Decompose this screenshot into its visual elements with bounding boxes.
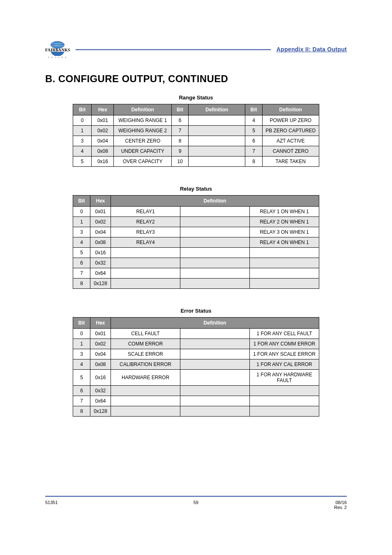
table-cell: 7 bbox=[245, 146, 262, 157]
footer-doc-id: 51351 bbox=[45, 500, 58, 510]
table-cell: 8 bbox=[245, 157, 262, 167]
table-title-relay: Relay Status bbox=[45, 186, 347, 192]
table-cell: PB ZERO CAPTURED bbox=[262, 126, 319, 136]
col-hex: Hex bbox=[92, 104, 114, 115]
table-cell bbox=[180, 227, 250, 237]
table-cell: 10 bbox=[172, 157, 189, 167]
table-row: 30x04RELAY3RELAY 3 ON WHEN 1 bbox=[73, 227, 319, 237]
table-row: 80x128 bbox=[73, 406, 319, 417]
table-cell: AZT ACTIVE bbox=[262, 136, 319, 146]
table-cell: CANNOT ZERO bbox=[262, 146, 319, 157]
table-cell: 0x16 bbox=[90, 370, 111, 386]
table-cell bbox=[111, 248, 180, 258]
table-cell: RELAY 1 ON WHEN 1 bbox=[250, 207, 319, 217]
table-cell: RELAY 4 ON WHEN 1 bbox=[250, 237, 319, 248]
footer-rule bbox=[45, 496, 347, 497]
table-row: 00x01CELL FAULT1 FOR ANY CELL FAULT bbox=[73, 329, 319, 339]
table-cell bbox=[111, 396, 180, 406]
table-cell bbox=[250, 248, 319, 258]
table-row: 00x01RELAY1RELAY 1 ON WHEN 1 bbox=[73, 207, 319, 217]
col-hex: Hex bbox=[90, 318, 111, 329]
footer-date: 08/16 bbox=[335, 500, 347, 505]
table-cell: 8 bbox=[73, 406, 90, 417]
error-status-body: 00x01CELL FAULT1 FOR ANY CELL FAULT10x02… bbox=[73, 329, 319, 417]
table-cell: COMM ERROR bbox=[111, 339, 180, 349]
table-cell: 0x128 bbox=[90, 406, 111, 417]
table-cell bbox=[180, 258, 250, 268]
table-row: 40x08UNDER CAPACITY97CANNOT ZERO bbox=[73, 146, 319, 157]
col-bit: Bit bbox=[73, 196, 90, 207]
table-cell bbox=[111, 279, 180, 289]
table-cell: 6 bbox=[172, 115, 189, 126]
col-def: Definition bbox=[111, 196, 319, 207]
col-bit: Bit bbox=[73, 104, 92, 115]
table-cell bbox=[180, 248, 250, 258]
col-def: Definition bbox=[114, 104, 172, 115]
table-cell: 5 bbox=[245, 126, 262, 136]
table-cell bbox=[250, 396, 319, 406]
table-cell bbox=[180, 279, 250, 289]
table-row: 40x08RELAY4RELAY 4 ON WHEN 1 bbox=[73, 237, 319, 248]
table-cell bbox=[111, 268, 180, 279]
brand-logo: FAIRBANKS S C A L E S bbox=[45, 41, 70, 58]
table-cell: 6 bbox=[73, 258, 90, 268]
table-header-row: Bit Hex Definition bbox=[73, 318, 319, 329]
table-row: 50x16OVER CAPACITY108TARE TAKEN bbox=[73, 157, 319, 167]
table-row: 60x32 bbox=[73, 386, 319, 396]
table-cell: 5 bbox=[73, 370, 90, 386]
table-cell: 0x02 bbox=[92, 126, 114, 136]
table-cell: RELAY1 bbox=[111, 207, 180, 217]
table-cell: 0 bbox=[73, 115, 92, 126]
section-heading: B. CONFIGURE OUTPUT, CONTINUED bbox=[45, 73, 347, 85]
table-cell bbox=[189, 126, 245, 136]
col-bit: Bit bbox=[172, 104, 189, 115]
table-cell: 6 bbox=[73, 386, 90, 396]
table-cell: RELAY3 bbox=[111, 227, 180, 237]
table-title-error: Error Status bbox=[45, 308, 347, 314]
table-cell: WEIGHING RANGE 1 bbox=[114, 115, 172, 126]
table-cell bbox=[250, 279, 319, 289]
table-cell: 1 FOR ANY CELL FAULT bbox=[250, 329, 319, 339]
table-cell: 8 bbox=[73, 279, 90, 289]
table-cell bbox=[111, 386, 180, 396]
table-cell: 4 bbox=[73, 146, 92, 157]
table-cell: 1 FOR ANY HARDWARE FAULT bbox=[250, 370, 319, 386]
table-cell: 1 FOR ANY COMM ERROR bbox=[250, 339, 319, 349]
table-cell bbox=[180, 339, 250, 349]
table-cell: 0x08 bbox=[90, 359, 111, 370]
table-cell: 7 bbox=[172, 126, 189, 136]
footer-revision: 08/16 Rev. 2 bbox=[334, 500, 347, 510]
table-row: 80x128 bbox=[73, 279, 319, 289]
range-status-body: 00x01WEIGHING RANGE 164POWER UP ZERO10x0… bbox=[73, 115, 319, 167]
table-cell bbox=[180, 207, 250, 217]
table-cell: 0x128 bbox=[90, 279, 111, 289]
table-row: 70x64 bbox=[73, 396, 319, 406]
table-cell: 0x01 bbox=[90, 329, 111, 339]
table-cell: 6 bbox=[245, 136, 262, 146]
table-cell bbox=[180, 237, 250, 248]
table-cell bbox=[189, 157, 245, 167]
col-hex: Hex bbox=[90, 196, 111, 207]
table-row: 10x02RELAY2RELAY 2 ON WHEN 1 bbox=[73, 217, 319, 227]
table-cell: CALIBRATION ERROR bbox=[111, 359, 180, 370]
table-cell: 9 bbox=[172, 146, 189, 157]
table-cell: 0 bbox=[73, 329, 90, 339]
relay-status-body: 00x01RELAY1RELAY 1 ON WHEN 110x02RELAY2R… bbox=[73, 207, 319, 289]
table-cell bbox=[180, 217, 250, 227]
table-cell: 0x02 bbox=[90, 339, 111, 349]
table-cell: 0x08 bbox=[92, 146, 114, 157]
table-cell bbox=[180, 359, 250, 370]
appendix-title: Appendix II: Data Output bbox=[277, 46, 347, 53]
footer-rev: Rev. 2 bbox=[334, 505, 347, 510]
table-cell: 0x32 bbox=[90, 258, 111, 268]
table-cell bbox=[189, 115, 245, 126]
table-row: 30x04SCALE ERROR1 FOR ANY SCALE ERROR bbox=[73, 349, 319, 359]
table-header-row: Bit Hex Definition Bit Definition Bit De… bbox=[73, 104, 319, 115]
col-bit: Bit bbox=[73, 318, 90, 329]
table-cell bbox=[250, 386, 319, 396]
table-cell: UNDER CAPACITY bbox=[114, 146, 172, 157]
table-cell: 3 bbox=[73, 136, 92, 146]
table-cell: 5 bbox=[73, 248, 90, 258]
table-cell: 4 bbox=[73, 237, 90, 248]
table-cell: RELAY 3 ON WHEN 1 bbox=[250, 227, 319, 237]
